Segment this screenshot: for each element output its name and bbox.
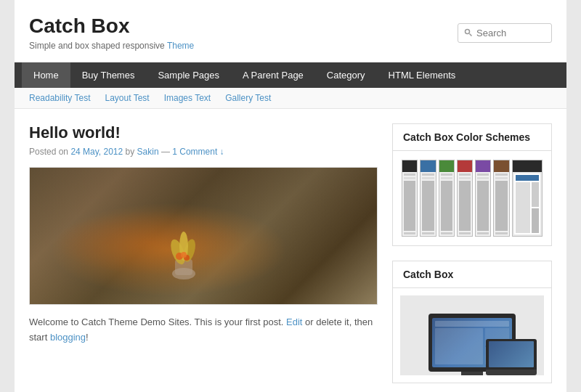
catchbox-widget-title: Catch Box (393, 261, 551, 288)
site-title: Catch Box (29, 15, 194, 38)
search-box[interactable] (458, 23, 552, 43)
laptop-screen (486, 339, 537, 369)
scheme-red (457, 160, 473, 237)
color-schemes-widget-title: Catch Box Color Schemes (393, 124, 551, 151)
nav-item-category[interactable]: Category (315, 62, 377, 88)
sub-nav-readability[interactable]: Readability Test (29, 92, 91, 104)
post-title: Hello world! (29, 123, 378, 142)
site-header: Catch Box Simple and box shaped responsi… (15, 0, 566, 62)
laptop-shape (486, 339, 537, 375)
main-content: Hello world! Posted on 24 May, 2012 by S… (29, 123, 378, 392)
color-schemes-display (400, 158, 544, 238)
search-input[interactable] (476, 28, 545, 38)
catchbox-widget: Catch Box (392, 261, 552, 383)
plant-decoration (162, 224, 206, 282)
nav-item-home[interactable]: Home (22, 62, 70, 88)
site-branding: Catch Box Simple and box shaped responsi… (29, 15, 194, 51)
edit-link[interactable]: Edit (286, 317, 302, 327)
color-schemes-content (393, 151, 551, 245)
post-author[interactable]: Sakin (137, 147, 159, 157)
scheme-dark (402, 160, 418, 237)
catchbox-device-display (400, 295, 544, 375)
scheme-green (439, 160, 455, 237)
main-nav: Home Buy Themes Sample Pages A Parent Pa… (15, 62, 566, 88)
post-article: Hello world! Posted on 24 May, 2012 by S… (29, 123, 378, 346)
catchbox-widget-content (393, 288, 551, 383)
nav-item-html-elements[interactable]: HTML Elements (377, 62, 468, 88)
svg-point-9 (181, 252, 187, 258)
laptop-base (486, 369, 537, 375)
post-excerpt: Welcome to Catch Theme Demo Sites. This … (29, 315, 378, 346)
site-description: Simple and box shaped responsive Theme (29, 41, 194, 51)
sidebar: Catch Box Color Schemes (392, 123, 552, 392)
sub-nav: Readability Test Layout Test Images Text… (15, 88, 566, 109)
sub-nav-layout[interactable]: Layout Test (105, 92, 150, 104)
laptop-screen-inner (489, 341, 534, 367)
nav-item-parent-page[interactable]: A Parent Page (231, 62, 315, 88)
post-comment-link[interactable]: 1 Comment ↓ (172, 147, 224, 157)
monitor-stand (461, 372, 483, 375)
svg-line-1 (470, 34, 472, 36)
scheme-purple (475, 160, 491, 237)
sub-nav-images[interactable]: Images Text (164, 92, 211, 104)
nav-item-buy-themes[interactable]: Buy Themes (70, 62, 147, 88)
theme-link[interactable]: Theme (167, 41, 194, 51)
nav-item-sample-pages[interactable]: Sample Pages (146, 62, 231, 88)
post-date[interactable]: 24 May, 2012 (70, 147, 123, 157)
sub-nav-gallery[interactable]: Gallery Test (225, 92, 271, 104)
scheme-brown (493, 160, 509, 237)
svg-point-0 (466, 30, 470, 34)
scheme-blue (420, 160, 436, 237)
search-icon (464, 28, 473, 37)
color-schemes-widget: Catch Box Color Schemes (392, 123, 552, 246)
blogging-link[interactable]: blogging (50, 332, 86, 343)
post-featured-image (29, 167, 378, 305)
scheme-preview (512, 160, 543, 237)
content-area: Hello world! Posted on 24 May, 2012 by S… (15, 109, 566, 392)
post-meta: Posted on 24 May, 2012 by Sakin — 1 Comm… (29, 147, 378, 157)
